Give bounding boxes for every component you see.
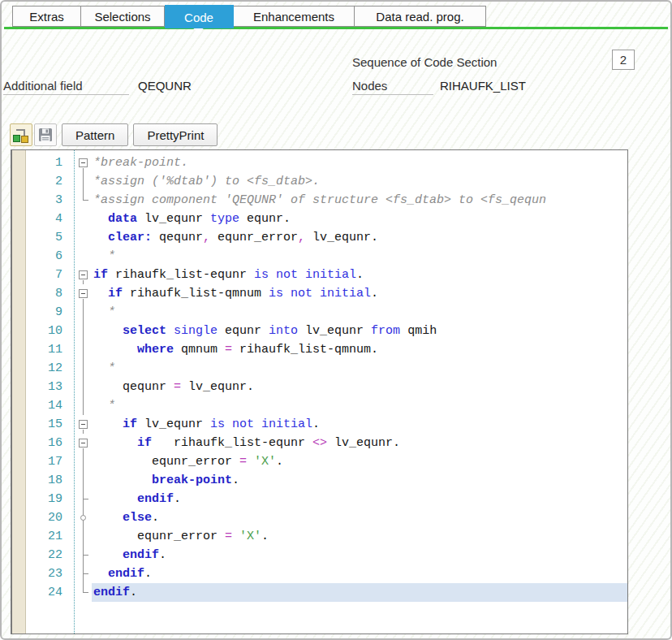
code-line[interactable]: 7if rihaufk_list-equnr is not initial. [27, 266, 627, 284]
code-line[interactable]: 13 qequnr = lv_equnr. [27, 378, 627, 396]
code-text[interactable]: * [92, 396, 627, 415]
code-line[interactable]: 24endif. [27, 583, 627, 602]
fold-marker-boxline[interactable] [75, 415, 92, 434]
code-line[interactable]: 18 break-point. [27, 471, 627, 490]
code-text[interactable]: if lv_equnr is not initial. [92, 415, 627, 434]
code-text[interactable]: if rihaufk_list-equnr is not initial. [92, 266, 627, 284]
line-number: 7 [27, 268, 69, 282]
code-line[interactable]: 20 else. [27, 508, 627, 527]
line-number: 9 [27, 305, 69, 319]
code-text[interactable]: else. [92, 508, 627, 527]
line-number: 20 [27, 511, 69, 525]
pattern-button[interactable]: Pattern [62, 123, 128, 146]
line-number: 15 [27, 417, 69, 431]
tab-selections[interactable]: Selections [81, 6, 165, 26]
abap-code-editor[interactable]: 1*break-point.2*assign ('%dtab') to <fs_… [11, 149, 628, 634]
code-line[interactable]: 23 endif. [27, 564, 627, 583]
code-line[interactable]: 15 if lv_equnr is not initial. [27, 415, 627, 434]
code-line[interactable]: 5 clear: qequnr, equnr_error, lv_equnr. [27, 228, 627, 247]
line-number: 6 [27, 249, 69, 263]
code-text[interactable]: * [92, 303, 627, 322]
code-line[interactable]: 8 if rihaufk_list-qmnum is not initial. [27, 284, 627, 303]
breakpoint-margin[interactable] [12, 150, 26, 634]
additional-field-label: Additional field [3, 79, 129, 95]
code-text[interactable]: * [92, 247, 627, 266]
prettyprint-button[interactable]: PrettyPrint [133, 123, 218, 146]
fold-marker-pipe [75, 322, 92, 340]
code-line[interactable]: 4 data lv_equnr type equnr. [27, 210, 627, 228]
line-number: 17 [27, 455, 69, 469]
code-text[interactable]: qequnr = lv_equnr. [92, 378, 627, 396]
code-line[interactable]: 10 select single equnr into lv_equnr fro… [27, 322, 627, 340]
save-button[interactable] [34, 123, 57, 146]
code-text[interactable]: clear: qequnr, equnr_error, lv_equnr. [92, 228, 627, 247]
sequence-of-code-section-field[interactable]: 2 [612, 50, 635, 70]
fold-marker-pipe [75, 303, 92, 322]
tab-enhancements[interactable]: Enhancements [234, 6, 355, 26]
fold-margin [75, 228, 92, 247]
line-number: 22 [27, 548, 69, 562]
line-number: 11 [27, 343, 69, 357]
line-number: 18 [27, 474, 69, 487]
code-line[interactable]: 17 equnr_error = 'X'. [27, 452, 627, 471]
code-text[interactable]: endif. [92, 583, 627, 602]
code-line[interactable]: 11 where qmnum = rihaufk_list-qmnum. [27, 340, 627, 359]
fold-marker-pipe [75, 396, 92, 415]
code-text[interactable]: if rihaufk_list-equnr <> lv_equnr. [92, 434, 627, 452]
tab-extras[interactable]: Extras [13, 6, 81, 26]
code-text[interactable]: break-point. [92, 471, 627, 490]
code-line[interactable]: 1*break-point. [27, 154, 627, 172]
line-number: 2 [27, 175, 69, 188]
line-number: 23 [27, 567, 69, 581]
nodes-value[interactable]: RIHAUFK_LIST [440, 79, 526, 93]
fold-marker-corner [75, 191, 92, 210]
code-text[interactable]: * [92, 359, 627, 378]
code-line[interactable]: 14 * [27, 396, 627, 415]
fold-marker-pipe [75, 527, 92, 546]
code-line[interactable]: 2*assign ('%dtab') to <fs_dtab>. [27, 172, 627, 191]
code-text[interactable]: endif. [92, 490, 627, 508]
fold-marker-pipe [75, 340, 92, 359]
fold-marker-boxline[interactable] [75, 154, 92, 172]
code-text[interactable]: equnr_error = 'X'. [92, 452, 627, 471]
fold-marker-boxline[interactable] [75, 284, 92, 303]
tab-code[interactable]: Code [165, 5, 234, 28]
code-text[interactable]: *assign component 'QEQUNR' of structure … [92, 191, 627, 210]
code-text[interactable]: *assign ('%dtab') to <fs_dtab>. [92, 172, 627, 191]
code-section-window: ExtrasSelectionsCodeEnhancementsData rea… [0, 0, 672, 640]
save-icon [38, 128, 53, 142]
code-text[interactable]: endif. [92, 546, 627, 564]
nodes-label: Nodes [352, 79, 433, 95]
fold-marker-pipe [75, 359, 92, 378]
fold-marker-tee [75, 490, 92, 508]
line-number: 13 [27, 380, 69, 394]
fold-marker-tee [75, 546, 92, 564]
fold-marker-boxline[interactable] [75, 266, 92, 284]
line-number: 21 [27, 530, 69, 543]
code-text[interactable]: endif. [92, 564, 627, 583]
code-text[interactable]: where qmnum = rihaufk_list-qmnum. [92, 340, 627, 359]
fold-marker-pipe [75, 172, 92, 191]
code-text[interactable]: if rihaufk_list-qmnum is not initial. [92, 284, 627, 303]
code-line[interactable]: 3*assign component 'QEQUNR' of structure… [27, 191, 627, 210]
code-line[interactable]: 12 * [27, 359, 627, 378]
code-text[interactable]: *break-point. [92, 154, 627, 172]
fold-marker-boxline[interactable] [75, 434, 92, 452]
assign-toggle-button[interactable] [10, 123, 32, 146]
tab-data-read-prog[interactable]: Data read. prog. [355, 6, 485, 26]
code-line[interactable]: 6 * [27, 247, 627, 266]
code-line[interactable]: 9 * [27, 303, 627, 322]
code-line[interactable]: 16 if rihaufk_list-equnr <> lv_equnr. [27, 434, 627, 452]
line-number: 1 [27, 156, 69, 170]
fold-marker-corner [75, 583, 92, 602]
additional-field-value[interactable]: QEQUNR [138, 79, 192, 93]
code-text[interactable]: select single equnr into lv_equnr from q… [92, 322, 627, 340]
code-text[interactable]: data lv_equnr type equnr. [92, 210, 627, 228]
code-text[interactable]: equnr_error = 'X'. [92, 527, 627, 546]
code-line[interactable]: 22 endif. [27, 546, 627, 564]
code-line[interactable]: 21 equnr_error = 'X'. [27, 527, 627, 546]
code-line[interactable]: 19 endif. [27, 490, 627, 508]
fold-marker-pipe [75, 471, 92, 490]
fold-marker-pipe [75, 452, 92, 471]
line-number: 19 [27, 492, 69, 506]
